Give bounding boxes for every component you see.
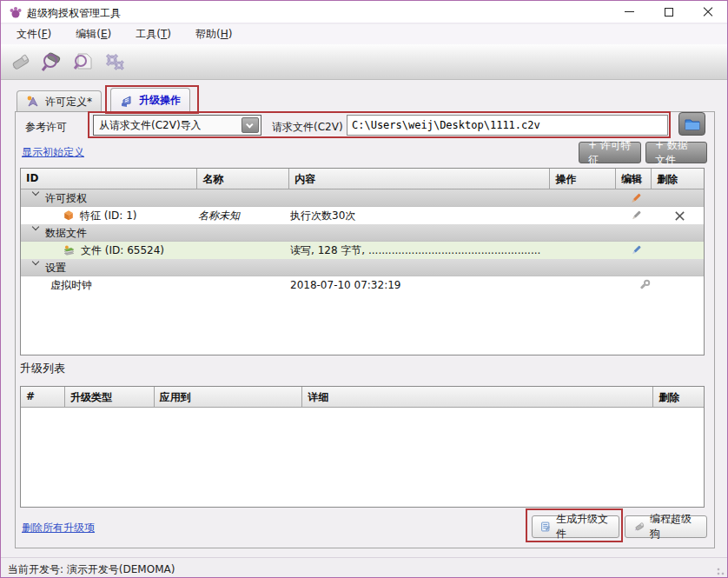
col-delete[interactable]: 删除: [653, 387, 704, 408]
folder-icon: [685, 117, 700, 130]
app-logo-icon: [9, 5, 23, 19]
row-virtual-clock[interactable]: 虚拟时钟 2018-07-10 07:32:19: [21, 276, 704, 294]
close-icon: [703, 7, 713, 17]
maximize-button[interactable]: [649, 1, 688, 23]
wrench-icon[interactable]: [626, 276, 662, 294]
program-dongle-icon[interactable]: [6, 48, 36, 76]
upgrade-list-title: 升级列表: [20, 361, 65, 376]
resize-grip[interactable]: [715, 566, 725, 576]
developer-id-status: 当前开发号: 演示开发号(DEMOMA): [8, 562, 175, 577]
generate-upgrade-file-label: 生成升级文件: [556, 512, 611, 541]
upgrade-table: # 升级类型 应用到 详细 删除: [20, 386, 705, 508]
feature-name: 名称未知: [198, 207, 290, 224]
menu-tools[interactable]: 工具(T): [127, 24, 180, 44]
row-data-file[interactable]: 文件 (ID: 65524) 读写, 128 字节, .............…: [21, 242, 704, 259]
col-edit[interactable]: 编辑: [616, 169, 652, 189]
inspect-dongle-icon[interactable]: [37, 48, 67, 76]
delete-all-upgrades-link[interactable]: 删除所有升级项: [22, 521, 95, 535]
generate-file-icon: [540, 521, 552, 533]
pencil-blue-icon[interactable]: [618, 242, 653, 259]
chevron-expand-icon[interactable]: [32, 189, 39, 196]
title-bar: 超级狗授权管理工具: [1, 1, 727, 23]
reference-source-dropdown[interactable]: 从请求文件(C2V)导入: [93, 115, 261, 136]
add-data-file-button[interactable]: + 数据文件: [645, 142, 707, 163]
tab-license-label: 许可定义*: [45, 95, 92, 110]
minimize-button[interactable]: [610, 1, 649, 23]
col-operation[interactable]: 操作: [550, 169, 616, 189]
inspect-file-icon[interactable]: [69, 48, 98, 76]
col-content[interactable]: 内容: [289, 169, 550, 189]
menu-help[interactable]: 帮助(H): [187, 24, 241, 44]
minimize-icon: [625, 11, 634, 12]
col-name[interactable]: 名称: [197, 169, 289, 189]
tab-license-definition[interactable]: 许可定义*: [17, 90, 102, 112]
pencil-orange-icon[interactable]: [618, 189, 653, 207]
datafile-name: [198, 242, 290, 259]
reference-license-label: 参考许可: [25, 120, 67, 135]
virtual-clock-name: [198, 276, 290, 294]
menu-bar: 文件(F) 编辑(E) 工具(T) 帮助(H): [1, 24, 727, 44]
col-delete[interactable]: 删除: [652, 169, 704, 189]
chevron-expand-icon[interactable]: [32, 258, 39, 265]
license-table-header: ID 名称 内容 操作 编辑 删除: [21, 169, 704, 189]
col-index[interactable]: #: [21, 387, 65, 408]
program-dongle-label: 编程超级狗: [650, 512, 698, 541]
group-row-license-auth[interactable]: 许可授权: [21, 189, 704, 207]
tab-upgrade-operation[interactable]: 升级操作: [110, 88, 190, 112]
request-file-input[interactable]: [347, 115, 668, 136]
browse-file-button[interactable]: [678, 112, 705, 136]
program-dongle-button[interactable]: 编程超级狗: [625, 515, 707, 538]
close-button[interactable]: [688, 1, 727, 23]
group-label: 数据文件: [45, 224, 87, 241]
maximize-icon: [665, 8, 673, 17]
show-initial-definition-link[interactable]: 显示初始定义: [22, 145, 84, 160]
virtual-clock-id: 虚拟时钟: [21, 276, 198, 294]
virtual-clock-content: 2018-07-10 07:32:19: [290, 276, 552, 294]
pencil-gray-icon[interactable]: [618, 207, 653, 224]
feature-content: 执行次数30次: [290, 207, 552, 224]
x-delete-icon[interactable]: [653, 207, 705, 224]
license-tab-icon: [26, 95, 40, 109]
tab-upgrade-label: 升级操作: [139, 93, 181, 108]
window-title: 超级狗授权管理工具: [27, 6, 121, 21]
license-table: ID 名称 内容 操作 编辑 删除 许可授权 特征 (ID: 1): [20, 168, 705, 355]
menu-edit[interactable]: 编辑(E): [67, 24, 120, 44]
dropdown-arrow-button[interactable]: [242, 117, 259, 133]
dongle-icon: [633, 521, 645, 533]
feature-id: 特征 (ID: 1): [80, 209, 136, 222]
feature-cube-icon: [63, 209, 75, 222]
settings-gears-icon[interactable]: [100, 48, 129, 76]
group-label: 许可授权: [45, 189, 87, 206]
datafile-id: 文件 (ID: 65524): [81, 244, 164, 256]
chevron-expand-icon[interactable]: [32, 223, 39, 230]
col-detail[interactable]: 详细: [302, 387, 653, 408]
col-id[interactable]: ID: [21, 169, 197, 189]
chevron-down-icon: [246, 121, 253, 128]
dropdown-selected-value: 从请求文件(C2V)导入: [94, 118, 242, 133]
row-feature[interactable]: 特征 (ID: 1) 名称未知 执行次数30次: [21, 207, 704, 224]
generate-upgrade-file-button[interactable]: 生成升级文件: [532, 515, 619, 538]
col-upgrade-type[interactable]: 升级类型: [65, 387, 155, 408]
upgrade-table-header: # 升级类型 应用到 详细 删除: [21, 387, 704, 408]
col-applies-to[interactable]: 应用到: [155, 387, 303, 408]
status-bar: 当前开发号: 演示开发号(DEMOMA): [1, 557, 727, 578]
group-row-settings[interactable]: 设置: [21, 259, 704, 276]
menu-file[interactable]: 文件(F): [8, 24, 60, 44]
request-file-label: 请求文件(C2V): [272, 120, 343, 135]
upgrade-tab-icon: [120, 94, 134, 108]
group-label: 设置: [45, 259, 66, 276]
app-window: 超级狗授权管理工具 文件(F) 编辑(E) 工具(T) 帮助(H): [0, 0, 728, 578]
add-license-feature-button[interactable]: + 许可特征: [579, 142, 641, 163]
toolbar: [1, 44, 727, 80]
datafile-content: 读写, 128 字节, ............................…: [290, 242, 552, 259]
group-row-data-files[interactable]: 数据文件: [21, 224, 704, 242]
datafile-icon: [63, 244, 76, 256]
